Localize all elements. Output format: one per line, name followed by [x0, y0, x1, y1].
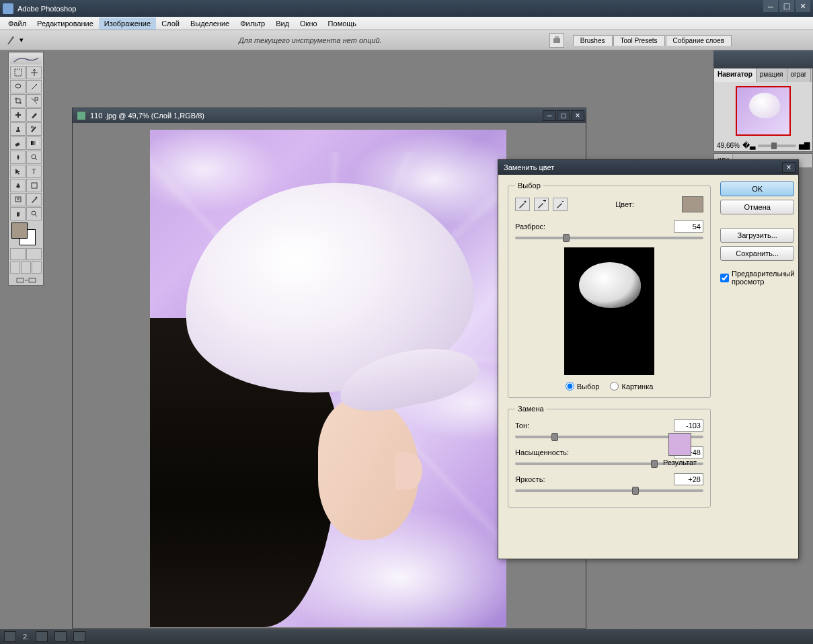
- zoom-in-icon[interactable]: ▅▇: [799, 141, 810, 150]
- jump-to-imageready-button[interactable]: [10, 276, 42, 284]
- dock-tab-tool-presets[interactable]: Tool Presets: [613, 35, 665, 46]
- tool-notes[interactable]: [10, 193, 26, 206]
- tool-zoom[interactable]: [26, 207, 42, 220]
- result-label: Результат: [663, 458, 697, 467]
- dock-tab-layers-set[interactable]: Собрание слоев: [666, 35, 732, 46]
- tool-eyedropper[interactable]: [26, 193, 42, 206]
- navigator-zoom-value[interactable]: 49,66%: [717, 142, 740, 149]
- tool-wand[interactable]: [26, 80, 42, 93]
- lightness-slider[interactable]: [515, 489, 703, 492]
- tool-stamp[interactable]: [10, 122, 26, 136]
- color-swatches: [10, 223, 42, 245]
- svg-point-4: [36, 84, 37, 85]
- menu-view[interactable]: Вид: [270, 17, 295, 30]
- menu-image[interactable]: Изображение: [99, 17, 156, 30]
- tool-shape[interactable]: [26, 179, 42, 192]
- standard-mode-button[interactable]: [10, 248, 26, 260]
- tool-marquee[interactable]: [10, 66, 26, 79]
- radio-selection[interactable]: Выбор: [566, 382, 600, 391]
- tool-brush[interactable]: [26, 108, 42, 122]
- options-bar: ▾ Для текущего инструмента нет опций. Br…: [0, 30, 813, 50]
- svg-rect-20: [29, 278, 36, 282]
- tool-eraser[interactable]: [10, 136, 26, 150]
- tool-lasso[interactable]: [10, 80, 26, 93]
- menu-help[interactable]: Помощь: [323, 17, 362, 30]
- selection-legend: Выбор: [515, 182, 543, 190]
- menu-select[interactable]: Выделение: [185, 17, 235, 30]
- status-icon-1[interactable]: [4, 631, 16, 642]
- foreground-color-swatch[interactable]: [11, 223, 28, 239]
- current-tool-icon[interactable]: [5, 34, 17, 46]
- status-icon-2[interactable]: [36, 631, 48, 642]
- eyedropper-button[interactable]: [515, 198, 530, 211]
- tool-slice[interactable]: [26, 94, 42, 108]
- tool-hand[interactable]: [10, 207, 26, 220]
- document-title: 110 .jpg @ 49,7% (Слой 1,RGB/8): [90, 112, 204, 120]
- screen-full-button[interactable]: [32, 261, 42, 274]
- tool-crop[interactable]: [10, 94, 26, 108]
- menu-file[interactable]: Файл: [3, 17, 32, 30]
- selection-preview[interactable]: [564, 247, 654, 375]
- svg-rect-11: [15, 143, 20, 147]
- svg-rect-1: [555, 36, 559, 38]
- status-icon-3[interactable]: [54, 631, 67, 642]
- tool-pen[interactable]: [10, 179, 26, 192]
- eyedropper-subtract-button[interactable]: -: [553, 198, 568, 211]
- selection-color-swatch[interactable]: [682, 196, 703, 212]
- hue-input[interactable]: [674, 419, 703, 432]
- ok-button[interactable]: OK: [720, 182, 794, 196]
- dialog-close-button[interactable]: ×: [782, 162, 796, 173]
- tab-navigator[interactable]: Навигатор: [714, 69, 757, 82]
- window-maximize-button[interactable]: □: [779, 0, 794, 12]
- tab-info[interactable]: рмация: [757, 69, 787, 82]
- tool-type[interactable]: T: [26, 165, 42, 178]
- eyedropper-add-button[interactable]: +: [534, 198, 549, 211]
- status-label: 2.: [23, 633, 29, 641]
- menu-layer[interactable]: Слой: [156, 17, 185, 30]
- zoom-out-icon[interactable]: �▃: [742, 141, 755, 150]
- radio-image[interactable]: Картинка: [610, 382, 653, 391]
- status-icon-4[interactable]: [73, 631, 85, 642]
- replace-color-dialog: Заменить цвет × Выбор + - Цвет: Разброс:: [498, 159, 799, 559]
- document-canvas[interactable]: [150, 130, 506, 627]
- file-browser-icon[interactable]: [549, 33, 564, 48]
- menu-window[interactable]: Окно: [295, 17, 323, 30]
- tool-gradient[interactable]: [26, 136, 42, 150]
- canvas-person-figure: [150, 184, 473, 627]
- tab-histogram[interactable]: ограг: [787, 69, 811, 82]
- tool-blur[interactable]: [10, 151, 26, 164]
- save-button[interactable]: Сохранить...: [720, 246, 794, 261]
- toolbox-header-icon[interactable]: [10, 54, 42, 65]
- load-button[interactable]: Загрузить...: [720, 228, 794, 243]
- tool-healing-brush[interactable]: [10, 108, 26, 122]
- tool-move[interactable]: [26, 66, 42, 79]
- preview-checkbox[interactable]: Предварительный просмотр: [720, 270, 794, 286]
- navigator-zoom-slider[interactable]: [758, 145, 796, 147]
- result-color-swatch[interactable]: [668, 433, 691, 456]
- tool-path-select[interactable]: [10, 165, 26, 178]
- document-titlebar[interactable]: 110 .jpg @ 49,7% (Слой 1,RGB/8) – □ ×: [73, 108, 586, 123]
- svg-rect-2: [15, 69, 22, 76]
- menu-edit[interactable]: Редактирование: [32, 17, 99, 30]
- lightness-input[interactable]: [674, 473, 703, 485]
- dock-tab-brushes[interactable]: Brushes: [573, 35, 613, 46]
- navigator-thumbnail[interactable]: [736, 86, 791, 136]
- screen-fullmenu-button[interactable]: [21, 261, 31, 274]
- quickmask-mode-button[interactable]: [26, 248, 42, 260]
- doc-minimize-button[interactable]: –: [543, 110, 556, 121]
- workspace: T 110 .jpg @ 49,7% (Слой 1,RGB/8) – □: [0, 50, 813, 629]
- window-close-button[interactable]: ×: [796, 0, 810, 12]
- svg-rect-15: [32, 183, 37, 188]
- tool-history-brush[interactable]: [26, 122, 42, 136]
- screen-standard-button[interactable]: [10, 261, 20, 274]
- fuzziness-input[interactable]: [674, 220, 703, 233]
- menu-filter[interactable]: Фильтр: [235, 17, 270, 30]
- svg-text:-: -: [562, 200, 564, 204]
- doc-maximize-button[interactable]: □: [557, 110, 570, 121]
- tool-dodge[interactable]: [26, 151, 42, 164]
- doc-close-button[interactable]: ×: [571, 110, 584, 121]
- window-minimize-button[interactable]: –: [763, 0, 778, 12]
- fuzziness-slider[interactable]: [515, 237, 703, 239]
- cancel-button[interactable]: Отмена: [720, 200, 794, 214]
- dialog-titlebar[interactable]: Заменить цвет ×: [498, 160, 798, 175]
